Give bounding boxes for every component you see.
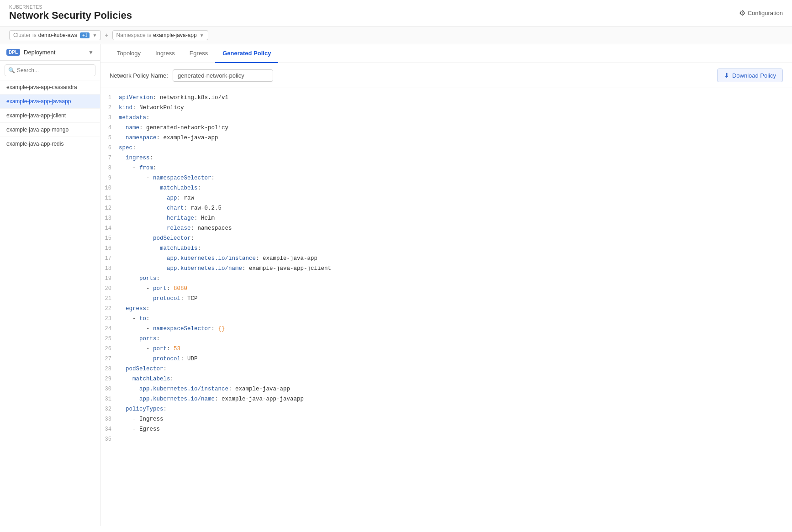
line-number: 30 <box>100 384 119 394</box>
line-content: podSelector: <box>119 233 792 243</box>
line-content: release: namespaces <box>119 223 792 233</box>
line-content: kind: NetworkPolicy <box>119 103 792 113</box>
line-number: 28 <box>100 364 119 374</box>
line-number: 7 <box>100 153 119 163</box>
namespace-filter[interactable]: Namespace is example-java-app ▼ <box>112 30 208 40</box>
tab-generated-policy[interactable]: Generated Policy <box>215 44 278 63</box>
code-line-24: 24 - namespaceSelector: {} <box>100 324 792 334</box>
namespace-filter-label: Namespace <box>116 32 146 38</box>
line-number: 4 <box>100 123 119 133</box>
code-line-3: 3metadata: <box>100 113 792 123</box>
code-line-17: 17 app.kubernetes.io/instance: example-j… <box>100 253 792 263</box>
code-line-13: 13 heritage: Helm <box>100 213 792 223</box>
namespace-filter-value: example-java-app <box>153 32 196 38</box>
line-content: apiVersion: networking.k8s.io/v1 <box>119 93 792 103</box>
sidebar-list: example-java-app-cassandraexample-java-a… <box>0 80 100 526</box>
line-content: matchLabels: <box>119 243 792 253</box>
line-content: namespace: example-java-app <box>119 133 792 143</box>
code-line-5: 5 namespace: example-java-app <box>100 133 792 143</box>
top-bar: KUBERNETES Network Security Policies ⚙ C… <box>0 0 792 26</box>
line-content: app.kubernetes.io/name: example-java-app… <box>119 263 792 274</box>
line-number: 5 <box>100 133 119 143</box>
policy-name-row: Network Policy Name: <box>110 69 273 82</box>
namespace-chevron-icon: ▼ <box>200 33 204 38</box>
line-content: spec: <box>119 143 792 153</box>
line-number: 14 <box>100 223 119 233</box>
sidebar: DPL Deployment ▼ 🔍 example-java-app-cass… <box>0 44 100 526</box>
line-content: protocol: UDP <box>119 354 792 364</box>
sidebar-header[interactable]: DPL Deployment ▼ <box>0 44 100 61</box>
cluster-filter-badge: +1 <box>80 32 90 38</box>
line-number: 10 <box>100 183 119 193</box>
line-content: app.kubernetes.io/name: example-java-app… <box>119 394 792 404</box>
line-number: 8 <box>100 163 119 173</box>
tab-egress[interactable]: Egress <box>182 44 215 63</box>
sidebar-item-cassandra[interactable]: example-java-app-cassandra <box>0 80 100 95</box>
code-line-21: 21 protocol: TCP <box>100 294 792 304</box>
line-content: matchLabels: <box>119 183 792 193</box>
policy-name-label: Network Policy Name: <box>110 72 168 79</box>
code-area: 1apiVersion: networking.k8s.io/v12kind: … <box>100 88 792 526</box>
line-number: 26 <box>100 344 119 354</box>
line-number: 23 <box>100 314 119 324</box>
sidebar-item-redis[interactable]: example-java-app-redis <box>0 137 100 151</box>
line-number: 24 <box>100 324 119 334</box>
sidebar-header-label: Deployment <box>24 49 55 56</box>
configuration-button[interactable]: ⚙ Configuration <box>739 9 783 17</box>
line-number: 12 <box>100 203 119 213</box>
search-input[interactable] <box>5 64 95 76</box>
line-content: - Egress <box>119 424 792 434</box>
code-line-31: 31 app.kubernetes.io/name: example-java-… <box>100 394 792 404</box>
line-number: 22 <box>100 304 119 314</box>
namespace-filter-is: is <box>148 32 152 38</box>
code-line-15: 15 podSelector: <box>100 233 792 243</box>
line-number: 2 <box>100 103 119 113</box>
download-label: Download Policy <box>732 72 776 79</box>
line-number: 9 <box>100 173 119 183</box>
line-content: podSelector: <box>119 364 792 374</box>
cluster-filter-label: Cluster <box>13 32 31 38</box>
line-content: matchLabels: <box>119 374 792 384</box>
code-line-22: 22 egress: <box>100 304 792 314</box>
dpl-badge: DPL <box>6 49 20 56</box>
line-number: 20 <box>100 284 119 294</box>
code-line-4: 4 name: generated-network-policy <box>100 123 792 133</box>
code-line-8: 8 - from: <box>100 163 792 173</box>
filter-bar: Cluster is demo-kube-aws +1 ▼ + Namespac… <box>0 26 792 44</box>
code-line-16: 16 matchLabels: <box>100 243 792 253</box>
code-line-14: 14 release: namespaces <box>100 223 792 233</box>
code-line-12: 12 chart: raw-0.2.5 <box>100 203 792 213</box>
search-icon: 🔍 <box>8 67 15 74</box>
line-content: ingress: <box>119 153 792 163</box>
line-number: 33 <box>100 414 119 424</box>
line-content: chart: raw-0.2.5 <box>119 203 792 213</box>
page-title: Network Security Policies <box>9 10 132 21</box>
code-line-34: 34 - Egress <box>100 424 792 434</box>
line-content: - port: 53 <box>119 344 792 354</box>
line-content: metadata: <box>119 113 792 123</box>
sidebar-item-jclient[interactable]: example-java-app-jclient <box>0 109 100 123</box>
tab-topology[interactable]: Topology <box>110 44 148 63</box>
tab-ingress[interactable]: Ingress <box>148 44 182 63</box>
line-content: - namespaceSelector: <box>119 173 792 183</box>
line-number: 32 <box>100 404 119 414</box>
sidebar-item-javaapp[interactable]: example-java-app-javaapp <box>0 95 100 109</box>
download-policy-button[interactable]: ⬇ Download Policy <box>717 68 783 82</box>
search-wrapper: 🔍 <box>5 64 95 76</box>
line-number: 25 <box>100 334 119 344</box>
line-content: - Ingress <box>119 414 792 424</box>
code-line-35: 35 <box>100 434 792 444</box>
line-number: 27 <box>100 354 119 364</box>
policy-name-input[interactable] <box>173 69 273 82</box>
filter-separator: + <box>105 32 108 39</box>
line-content: policyTypes: <box>119 404 792 414</box>
title-section: KUBERNETES Network Security Policies <box>9 5 132 21</box>
cluster-filter[interactable]: Cluster is demo-kube-aws +1 ▼ <box>9 30 101 40</box>
code-line-26: 26 - port: 53 <box>100 344 792 354</box>
code-line-25: 25 ports: <box>100 334 792 344</box>
sidebar-item-mongo[interactable]: example-java-app-mongo <box>0 123 100 137</box>
sidebar-chevron-icon: ▼ <box>88 49 94 56</box>
main-layout: DPL Deployment ▼ 🔍 example-java-app-cass… <box>0 44 792 526</box>
line-content: heritage: Helm <box>119 213 792 223</box>
line-number: 35 <box>100 434 119 444</box>
